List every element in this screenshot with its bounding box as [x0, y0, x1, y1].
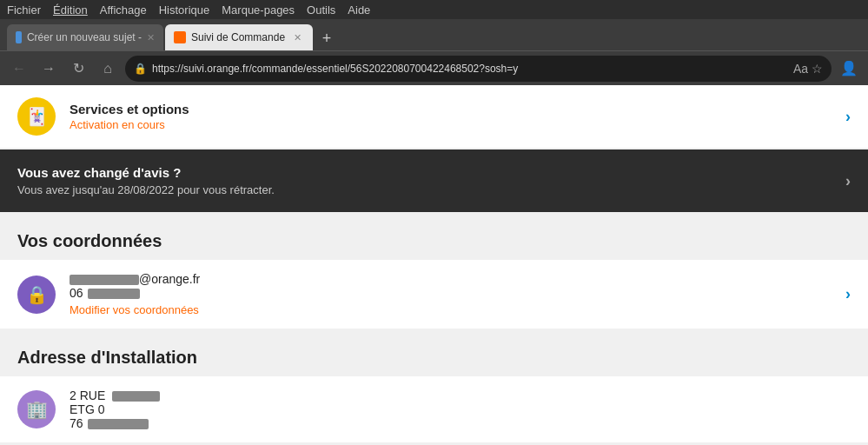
translate-icon[interactable]: Aa: [793, 62, 808, 76]
menu-outils[interactable]: Outils: [307, 3, 335, 17]
tab-label-creer: Créer un nouveau sujet -: [27, 31, 142, 43]
address-line3: 76: [70, 416, 851, 430]
address-line1-prefix: 2 RUE: [70, 389, 105, 402]
address-line1: 2 RUE: [70, 389, 851, 402]
email-domain: @orange.fr: [139, 272, 200, 286]
modify-link[interactable]: Modifier vos coordonnées: [70, 303, 832, 316]
coordinates-content: @orange.fr 06 Modifier vos coordonnées: [70, 272, 832, 316]
menu-marque-pages[interactable]: Marque-pages: [222, 3, 295, 17]
url-bar-actions: Aa ☆: [793, 62, 823, 76]
menu-edition[interactable]: Édition: [53, 3, 88, 17]
address-line3-prefix: 76: [70, 416, 83, 430]
building-icon: 🏢: [26, 399, 48, 420]
coordinates-email: @orange.fr: [70, 272, 832, 286]
reload-button[interactable]: ↻: [66, 56, 90, 81]
services-content: Services et options Activation en cours: [70, 102, 832, 131]
url-text: https://suivi.orange.fr/commande/essenti…: [152, 63, 518, 75]
address-content: 2 RUE ETG 0 76: [70, 389, 851, 430]
address-row[interactable]: 🏢 2 RUE ETG 0 76: [0, 376, 868, 442]
banner-title: Vous avez changé d'avis ?: [17, 165, 832, 180]
lock-person-icon: 🔒: [26, 284, 48, 305]
tab-favicon-suivi: [174, 31, 186, 43]
navbar: ← → ↻ ⌂ 🔒 https://suivi.orange.fr/comman…: [0, 50, 868, 85]
coordinates-phone: 06: [70, 286, 832, 300]
bookmark-icon[interactable]: ☆: [812, 62, 823, 76]
address-icon: 🏢: [17, 390, 56, 428]
address-redacted3: [88, 419, 149, 429]
menu-historique[interactable]: Historique: [159, 3, 210, 17]
phone-prefix: 06: [70, 286, 83, 300]
banner-text: Vous avez jusqu'au 28/08/2022 pour vous …: [17, 183, 832, 196]
forward-button[interactable]: →: [36, 56, 61, 81]
new-tab-button[interactable]: +: [315, 26, 339, 50]
tab-close-creer[interactable]: ✕: [147, 30, 155, 44]
services-chevron: ›: [845, 108, 851, 126]
tab-label-suivi: Suivi de Commande: [191, 31, 285, 43]
services-title: Services et options: [70, 102, 832, 116]
coordinates-heading: Vos coordonnées: [17, 231, 851, 251]
profile-button[interactable]: 👤: [837, 56, 861, 81]
services-row[interactable]: 🃏 Services et options Activation en cour…: [0, 85, 868, 148]
tab-suivi[interactable]: Suivi de Commande ✕: [165, 24, 313, 50]
tab-creer[interactable]: Créer un nouveau sujet - ✕: [7, 24, 163, 50]
menu-affichage[interactable]: Affichage: [100, 3, 147, 17]
address-line2: ETG 0: [70, 402, 851, 416]
back-button[interactable]: ←: [7, 56, 31, 81]
menu-aide[interactable]: Aide: [348, 3, 370, 17]
banner-content: Vous avez changé d'avis ? Vous avez jusq…: [17, 165, 832, 196]
dark-banner[interactable]: Vous avez changé d'avis ? Vous avez jusq…: [0, 149, 868, 212]
coordinates-card: 🔒 @orange.fr 06 Modifier vos coordonnées…: [0, 260, 868, 329]
address-heading: Adresse d'Installation: [17, 348, 851, 368]
tab-close-suivi[interactable]: ✕: [290, 30, 304, 44]
coordinates-section-header: Vos coordonnées: [0, 214, 868, 260]
menu-fichier[interactable]: Fichier: [7, 3, 41, 17]
coordinates-chevron: ›: [845, 285, 851, 303]
tab-favicon-creer: [16, 31, 22, 43]
services-subtitle: Activation en cours: [70, 118, 832, 131]
services-icon: 🃏: [17, 97, 56, 136]
coordinates-row[interactable]: 🔒 @orange.fr 06 Modifier vos coordonnées…: [0, 260, 868, 329]
tabbar: Créer un nouveau sujet - ✕ Suivi de Comm…: [0, 19, 868, 50]
address-card: 🏢 2 RUE ETG 0 76: [0, 376, 868, 442]
address-section-header: Adresse d'Installation: [0, 330, 868, 376]
email-redacted: [70, 275, 139, 285]
url-bar[interactable]: 🔒 https://suivi.orange.fr/commande/essen…: [125, 56, 832, 82]
page-content: 🃏 Services et options Activation en cour…: [0, 85, 868, 445]
services-icon-glyph: 🃏: [26, 106, 48, 127]
coordinates-icon: 🔒: [17, 276, 56, 314]
phone-redacted: [88, 289, 140, 299]
lock-icon: 🔒: [134, 63, 147, 75]
services-card: 🃏 Services et options Activation en cour…: [0, 85, 868, 148]
home-button[interactable]: ⌂: [96, 56, 120, 81]
banner-chevron: ›: [845, 172, 851, 190]
menubar: Fichier Édition Affichage Historique Mar…: [0, 0, 868, 19]
address-redacted1: [112, 391, 160, 402]
